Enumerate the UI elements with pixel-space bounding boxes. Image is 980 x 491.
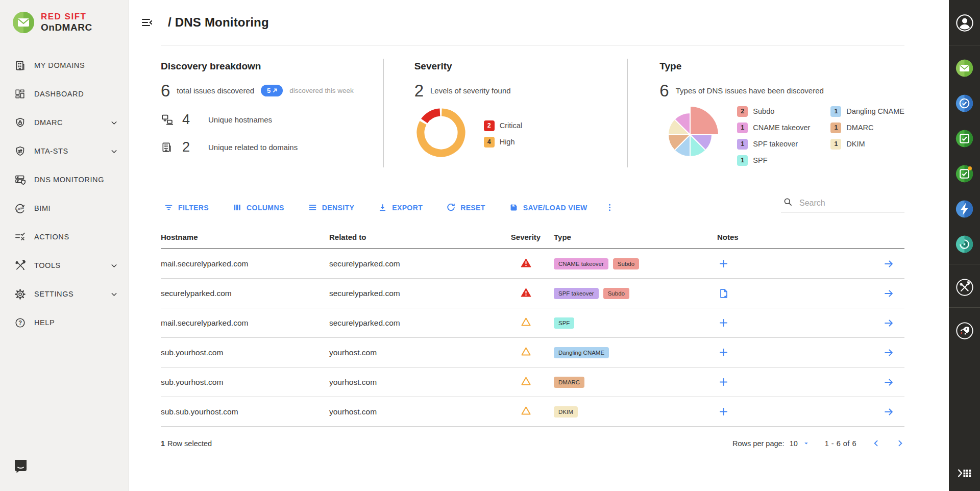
sidebar-item-dns-monitoring[interactable]: DNS MONITORING [0, 165, 129, 194]
sidebar-item-mta-sts[interactable]: MTA-STS [0, 137, 129, 165]
save-load-view-button[interactable]: SAVE/LOAD VIEW [509, 203, 587, 212]
column-header-hostname[interactable]: Hostname [161, 233, 329, 241]
sidebar-item-tools[interactable]: TOOLS [0, 251, 129, 280]
type-legend-item: 1 SPF [737, 155, 810, 166]
table-row[interactable]: mail.securelyparked.com securelyparked.c… [161, 308, 904, 338]
severity-high-icon [520, 405, 532, 419]
next-page-button[interactable] [896, 439, 904, 448]
sidebar-nav: MY DOMAINS DASHBOARD DMARC MTA-STS DNS M… [0, 51, 129, 337]
previous-page-button[interactable] [872, 439, 880, 448]
type-chip: SPF takeover [554, 288, 599, 299]
open-row-arrow-button[interactable] [883, 377, 894, 388]
chat-widget-button[interactable] [13, 458, 29, 476]
table-row[interactable]: securelyparked.com securelyparked.com SP… [161, 279, 904, 308]
column-header-type[interactable]: Type [554, 233, 717, 241]
density-icon [308, 203, 317, 212]
app-switcher-rail [949, 0, 980, 491]
note-added-icon[interactable] [718, 288, 729, 299]
open-row-arrow-button[interactable] [883, 317, 894, 329]
sidebar-item-dashboard[interactable]: DASHBOARD [0, 80, 129, 108]
chevron-down-icon [110, 261, 118, 270]
toolbar-button-label: SAVE/LOAD VIEW [523, 204, 587, 212]
columns-button[interactable]: COLUMNS [232, 203, 284, 212]
week-badge: 5 [261, 85, 283, 96]
bolt-app-icon[interactable] [955, 200, 974, 218]
chevron-down-icon [110, 118, 118, 127]
reset-button[interactable]: RESET [446, 203, 485, 212]
chevron-down-icon [110, 290, 118, 299]
discovery-stat-row: 2 Unique related to domains [161, 140, 368, 154]
sidebar-item-help[interactable]: ? HELP [0, 308, 129, 337]
column-header-severity[interactable]: Severity [498, 233, 554, 241]
severity-legend-item: 4 High [484, 137, 522, 148]
toolbar-button-label: FILTERS [178, 204, 209, 212]
type-legend-item: 1 SPF takeover [737, 139, 810, 150]
brand-logo[interactable]: RED SIFT OnDMARC [0, 0, 129, 34]
top-bar: / DNS Monitoring [129, 0, 949, 45]
dashboard-icon [14, 88, 28, 100]
discovery-breakdown-panel: Discovery breakdown 6 total issues disco… [161, 59, 383, 167]
add-note-button[interactable] [718, 258, 729, 269]
add-note-button[interactable] [718, 406, 729, 417]
stat-value: 4 [182, 113, 190, 127]
severity-cell [498, 375, 554, 389]
filters-button[interactable]: FILTERS [164, 203, 209, 212]
chevron-down-icon [110, 147, 118, 156]
discovery-stats: 4 Unique hostnames 2 Unique related to d… [161, 113, 368, 154]
notes-cell [717, 377, 840, 387]
sidebar-item-actions[interactable]: ACTIONS [0, 223, 129, 251]
legend-count-badge: 4 [484, 137, 495, 148]
legend-count-badge: 1 [737, 155, 748, 166]
search-input[interactable] [798, 198, 903, 208]
severity-count-label: Levels of severity found [430, 86, 511, 95]
more-options-button[interactable] [605, 203, 615, 212]
sidebar-collapse-icon[interactable] [140, 16, 154, 29]
shield-arrows-icon [14, 145, 28, 157]
column-header-related-to[interactable]: Related to [329, 233, 498, 241]
type-legend-column: 2 Subdo 1 CNAME takeover 1 SPF takeover … [737, 106, 810, 166]
radar-app-icon[interactable] [955, 235, 974, 254]
tools-circle-icon[interactable] [955, 278, 974, 297]
severity-critical-icon [520, 286, 532, 300]
rocket-icon[interactable] [955, 321, 974, 340]
apps-launcher-button[interactable] [949, 464, 980, 482]
density-button[interactable]: DENSITY [308, 203, 354, 212]
open-row-arrow-button[interactable] [883, 288, 894, 299]
type-legend-item: 1 DKIM [830, 139, 904, 150]
server-shield-icon [14, 174, 28, 186]
check-blue-app-icon[interactable] [955, 94, 974, 113]
table-row[interactable]: sub.yourhost.com yourhost.com DMARC [161, 367, 904, 397]
legend-label: High [500, 138, 515, 146]
type-legend-item: 1 DMARC [830, 122, 904, 133]
column-header-notes[interactable]: Notes [717, 233, 840, 241]
sidebar-item-settings[interactable]: SETTINGS [0, 280, 129, 308]
type-chip: DMARC [554, 377, 584, 388]
export-button[interactable]: EXPORT [378, 203, 423, 212]
check-green-app-icon[interactable] [955, 129, 974, 148]
table-footer: 1Row selected Rows per page: 10 1 - 6 of… [161, 439, 904, 448]
table-row[interactable]: sub.sub.yourhost.com yourhost.com DKIM [161, 397, 904, 427]
sidebar-item-dmarc[interactable]: DMARC [0, 108, 129, 137]
main-content: / DNS Monitoring Discovery breakdown 6 t… [129, 0, 949, 491]
open-row-arrow-button[interactable] [883, 347, 894, 358]
related-to-cell: yourhost.com [329, 348, 498, 357]
open-row-arrow-button[interactable] [883, 258, 894, 269]
columns-icon [232, 203, 242, 212]
add-note-button[interactable] [718, 377, 729, 387]
sidebar-item-my-domains[interactable]: MY DOMAINS [0, 51, 129, 80]
legend-count-badge: 1 [830, 122, 841, 133]
sidebar-item-label: BIMI [34, 204, 51, 212]
table-row[interactable]: sub.yourhost.com yourhost.com Dangling C… [161, 338, 904, 367]
open-row-arrow-button[interactable] [883, 406, 894, 418]
account-button[interactable] [955, 0, 974, 45]
check-green-dot-app-icon[interactable] [955, 164, 974, 183]
table-row[interactable]: mail.securelyparked.com securelyparked.c… [161, 249, 904, 279]
add-note-button[interactable] [718, 347, 729, 358]
sidebar-item-bimi[interactable]: LOGO BIMI [0, 194, 129, 223]
building-icon [14, 59, 28, 71]
type-cell: CNAME takeoverSubdo [554, 258, 717, 269]
rows-per-page-select[interactable]: Rows per page: 10 [732, 439, 810, 448]
ondmarc-app-icon[interactable] [955, 59, 974, 78]
app-window: RED SIFT OnDMARC MY DOMAINS DASHBOARD DM… [0, 0, 980, 491]
add-note-button[interactable] [718, 317, 729, 328]
